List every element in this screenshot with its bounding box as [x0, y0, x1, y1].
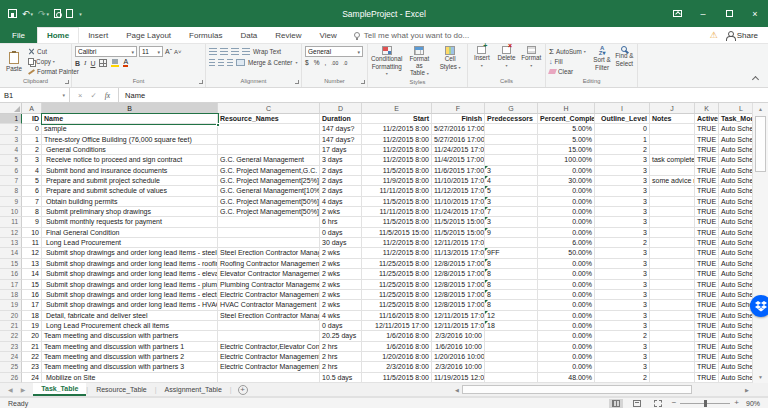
tab-review[interactable]: Review — [266, 27, 310, 43]
cell-B25[interactable]: Team meeting and discussion with partner… — [42, 362, 218, 372]
cell-B23[interactable]: Team meeting and discussion with partner… — [42, 342, 218, 352]
vertical-scrollbar[interactable]: ▲ ▼ — [752, 103, 768, 383]
tab-formulas[interactable]: Formulas — [180, 27, 231, 43]
bold-button[interactable]: B — [75, 60, 80, 67]
cell-A26[interactable]: 24 — [22, 373, 42, 383]
zoom-level[interactable]: 90% — [746, 400, 760, 407]
column-header-J[interactable]: J — [650, 103, 695, 114]
cell-D16[interactable]: 2 wks — [320, 269, 362, 279]
normal-view-button[interactable] — [609, 399, 623, 408]
borders-icon[interactable] — [99, 59, 107, 67]
cell-A14[interactable]: 12 — [22, 248, 42, 258]
cell-I24[interactable]: 3 — [595, 352, 650, 362]
minimize-button[interactable]: – — [690, 0, 716, 27]
cell-K11[interactable]: TRUE — [695, 217, 719, 227]
cell-I17[interactable]: 3 — [595, 280, 650, 290]
cell-F25[interactable]: 2/3/2016 10:00 — [432, 362, 485, 372]
cell-F22[interactable]: 2/3/2016 10:00 — [432, 331, 485, 341]
cell-B17[interactable]: Submit shop drawings and order long lead… — [42, 280, 218, 290]
cell-K13[interactable]: TRUE — [695, 238, 719, 248]
cell-F11[interactable]: 11/5/2015 15:00 — [432, 217, 485, 227]
cell-I16[interactable]: 3 — [595, 269, 650, 279]
cell-A2[interactable]: 0 — [22, 124, 42, 134]
column-header-D[interactable]: D — [320, 103, 362, 114]
row-header-10[interactable]: 10 — [0, 207, 22, 217]
cell-K19[interactable]: TRUE — [695, 300, 719, 310]
merge-center-button[interactable]: Merge & Center — [248, 59, 292, 66]
cell-B10[interactable]: Submit preliminary shop drawings — [42, 207, 218, 217]
cell-H14[interactable]: 50.00% — [538, 248, 595, 258]
cell-G9[interactable]: 3 — [485, 197, 538, 207]
tab-data[interactable]: Data — [231, 27, 266, 43]
cell-C17[interactable]: Plumbing Contractor Management — [218, 280, 320, 290]
cell-L22[interactable]: Auto Scheduled — [719, 331, 752, 341]
autosum-button[interactable]: ΣAutoSum▾ — [549, 47, 589, 56]
cell-J13[interactable] — [650, 238, 695, 248]
select-all-button[interactable] — [0, 103, 22, 114]
cell-E12[interactable]: 11/5/2015 15:00 — [362, 228, 432, 238]
cancel-icon[interactable]: × — [78, 91, 82, 100]
cell-D19[interactable]: 2 wks — [320, 300, 362, 310]
format-cells-button[interactable]: Format ▾ — [520, 46, 542, 77]
fill-button[interactable]: ↓Fill — [549, 57, 589, 66]
row-header-3[interactable]: 3 — [0, 135, 22, 145]
cell-I22[interactable]: 2 — [595, 331, 650, 341]
cell-E24[interactable]: 1/20/2016 8:00 — [362, 352, 432, 362]
cell-D20[interactable]: 4 wks — [320, 311, 362, 321]
zoom-out-icon[interactable]: − — [672, 399, 677, 407]
cell-F15[interactable]: 12/8/2015 17:00 — [432, 259, 485, 269]
cell-G17[interactable]: 8 — [485, 280, 538, 290]
cell-B14[interactable]: Submit shop drawings and order long lead… — [42, 248, 218, 258]
scroll-left-icon[interactable]: ◀ — [452, 387, 462, 393]
cell-A5[interactable]: 3 — [22, 155, 42, 165]
row-header-4[interactable]: 4 — [0, 145, 22, 155]
cell-C4[interactable] — [218, 145, 320, 155]
undo-icon[interactable]: ↶▾ — [22, 9, 33, 19]
cell-F1[interactable]: Finish — [432, 114, 485, 124]
cell-F19[interactable]: 12/8/2015 17:00 — [432, 300, 485, 310]
column-header-A[interactable]: A — [22, 103, 42, 114]
cell-J21[interactable] — [650, 321, 695, 331]
cell-L4[interactable]: Auto Scheduled — [719, 145, 752, 155]
cell-A15[interactable]: 13 — [22, 259, 42, 269]
cell-I11[interactable]: 3 — [595, 217, 650, 227]
row-header-26[interactable]: 26 — [0, 373, 22, 383]
cell-I23[interactable]: 3 — [595, 342, 650, 352]
cell-L25[interactable]: Auto Scheduled — [719, 362, 752, 372]
cell-J20[interactable] — [650, 311, 695, 321]
cell-C11[interactable] — [218, 217, 320, 227]
cell-D6[interactable]: 2 days — [320, 166, 362, 176]
cell-H20[interactable]: 0.00% — [538, 311, 595, 321]
cell-H23[interactable]: 0.00% — [538, 342, 595, 352]
cell-K18[interactable]: TRUE — [695, 290, 719, 300]
cell-D9[interactable]: 4 days — [320, 197, 362, 207]
cell-F16[interactable]: 12/8/2015 17:00 — [432, 269, 485, 279]
cell-I20[interactable]: 3 — [595, 311, 650, 321]
cell-E25[interactable]: 2/3/2016 8:00 — [362, 362, 432, 372]
cell-L24[interactable]: Auto Scheduled — [719, 352, 752, 362]
cell-G13[interactable] — [485, 238, 538, 248]
cell-A11[interactable]: 9 — [22, 217, 42, 227]
delete-cells-button[interactable]: Delete ▾ — [496, 46, 518, 77]
cell-K6[interactable]: TRUE — [695, 166, 719, 176]
cell-C22[interactable] — [218, 331, 320, 341]
column-header-H[interactable]: H — [538, 103, 595, 114]
cell-I8[interactable]: 3 — [595, 186, 650, 196]
cell-L5[interactable]: Auto Scheduled — [719, 155, 752, 165]
fill-handle[interactable] — [216, 123, 220, 127]
cell-E2[interactable]: 11/2/2015 8:00 — [362, 124, 432, 134]
horizontal-scrollbar[interactable]: ◀ ▶ — [452, 384, 752, 395]
cell-E11[interactable]: 11/5/2015 8:00 — [362, 217, 432, 227]
cell-D2[interactable]: 147 days? — [320, 124, 362, 134]
decrease-decimal-button[interactable]: .0 — [343, 60, 347, 66]
cell-F9[interactable]: 11/10/2015 17:00 — [432, 197, 485, 207]
cell-L16[interactable]: Auto Scheduled — [719, 269, 752, 279]
cell-C2[interactable] — [218, 124, 320, 134]
row-header-22[interactable]: 22 — [0, 331, 22, 341]
fill-color-icon[interactable] — [111, 59, 119, 67]
cell-J10[interactable] — [650, 207, 695, 217]
cell-G2[interactable] — [485, 124, 538, 134]
row-header-8[interactable]: 8 — [0, 186, 22, 196]
cell-F6[interactable]: 11/6/2015 17:00 — [432, 166, 485, 176]
cell-B20[interactable]: Detail, fabricate and deliver steel — [42, 311, 218, 321]
